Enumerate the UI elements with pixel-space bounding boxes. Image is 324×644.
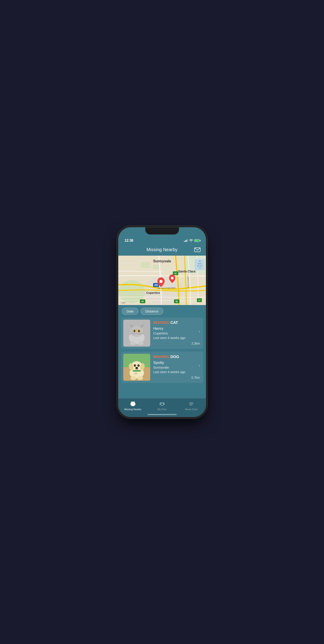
svg-text:Stevens Creek Blvd: Stevens Creek Blvd (157, 286, 175, 289)
svg-text:Cupertino: Cupertino (146, 291, 160, 294)
pet-name-spotty: Spotty (153, 360, 201, 365)
pet-last-seen-henry: Last seen 4 weeks ago (153, 336, 201, 340)
status-icons (184, 239, 200, 242)
svg-point-46 (138, 342, 143, 345)
chevron-right-henry: › (199, 329, 200, 334)
dog-image-svg (123, 354, 150, 381)
tab-my-pets[interactable]: My Pets (148, 401, 177, 410)
svg-text:Santa Clara: Santa Clara (178, 270, 195, 273)
svg-text:85: 85 (141, 300, 143, 302)
svg-point-55 (135, 365, 136, 366)
svg-point-28 (159, 280, 163, 283)
signal-bar-4 (187, 239, 188, 242)
pet-type-henry: MISSING CAT (153, 320, 201, 325)
svg-rect-4 (141, 262, 150, 268)
signal-bar-2 (185, 240, 186, 242)
pet-distance-spotty: 0.7km (191, 376, 200, 380)
svg-point-57 (135, 367, 138, 369)
missing-label-henry: MISSING (153, 320, 170, 325)
svg-point-45 (130, 342, 135, 345)
status-time: 12:36 (125, 238, 133, 242)
svg-rect-58 (133, 370, 141, 372)
svg-point-54 (137, 364, 140, 366)
phone-frame: 12:36 Missing N (118, 227, 206, 417)
signal-bar-1 (184, 241, 185, 242)
svg-text:85: 85 (175, 300, 178, 302)
signal-bars-icon (184, 239, 188, 242)
list-icon (188, 401, 194, 407)
svg-text:San Jose: San Jose (197, 265, 203, 266)
battery-icon (194, 239, 200, 242)
pet-distance-henry: 2.3km (191, 342, 200, 345)
pet-name-henry: Henry (153, 326, 201, 331)
tab-my-pets-label: My Pets (158, 408, 167, 410)
signal-bar-3 (186, 240, 187, 242)
tab-news-feed[interactable]: News Feed (177, 401, 206, 410)
wifi-icon (189, 239, 193, 242)
tab-missing-nearby-label: Missing Nearby (124, 408, 141, 410)
home-indicator (148, 414, 177, 415)
svg-point-56 (139, 365, 139, 366)
map-container[interactable]: 280 85 85 82 17 Sunnyvale Santa Clara C (118, 256, 206, 305)
mail-button[interactable] (193, 247, 201, 253)
app-header: Missing Nearby (118, 244, 206, 256)
svg-text:Legal: Legal (121, 302, 125, 304)
cat-image-svg (123, 320, 150, 346)
tab-news-feed-label: News Feed (185, 408, 198, 410)
svg-point-66 (163, 404, 165, 404)
svg-text:Mineta: Mineta (198, 263, 202, 264)
battery-fill (195, 240, 199, 242)
missing-label-spotty: MISSING (153, 355, 170, 359)
pet-list: MISSING CAT Henry Cupertino Last seen 4 … (118, 318, 206, 398)
pet-card-spotty[interactable]: MISSING DOG Spotty Sunnyvale Last seen 4… (121, 352, 203, 383)
date-filter-button[interactable]: Date (122, 308, 139, 315)
cat-photo (123, 320, 150, 346)
svg-point-40 (136, 333, 137, 334)
filter-bar: Date Distance (118, 305, 206, 318)
svg-text:82: 82 (174, 272, 176, 274)
svg-rect-5 (153, 264, 160, 269)
notch (145, 227, 179, 234)
map-svg: 280 85 85 82 17 Sunnyvale Santa Clara C (118, 256, 206, 305)
svg-point-29 (171, 277, 174, 280)
chevron-right-spotty: › (199, 363, 200, 368)
svg-point-39 (138, 330, 139, 332)
svg-point-60 (137, 376, 143, 380)
distance-filter-button[interactable]: Distance (141, 308, 163, 315)
mail-icon (194, 248, 201, 252)
svg-text:17: 17 (198, 299, 200, 302)
phone-screen: 12:36 Missing N (118, 227, 206, 417)
header-title: Missing Nearby (131, 247, 193, 252)
tab-missing-nearby[interactable]: Missing Nearby (118, 401, 148, 410)
missing-nearby-tab-icon (130, 401, 136, 407)
svg-point-53 (134, 364, 136, 366)
cat-silhouette-icon (130, 401, 136, 407)
svg-point-65 (159, 404, 161, 404)
pet-location-henry: Cupertino (153, 331, 201, 335)
dog-photo (123, 354, 150, 381)
paw-icon (159, 401, 165, 407)
svg-point-38 (134, 330, 135, 332)
animal-type-henry: CAT (170, 320, 178, 325)
my-pets-tab-icon (159, 401, 165, 407)
svg-point-61 (134, 372, 137, 375)
pet-last-seen-spotty: Last seen 4 weeks ago (153, 370, 201, 374)
pet-info-henry: MISSING CAT Henry Cupertino Last seen 4 … (153, 320, 201, 340)
svg-text:Intl: Intl (199, 267, 201, 268)
svg-text:280: 280 (154, 284, 158, 286)
pet-card-henry[interactable]: MISSING CAT Henry Cupertino Last seen 4 … (121, 318, 203, 349)
svg-text:Lawrence Expy: Lawrence Expy (187, 276, 190, 288)
pet-location-spotty: Sunnyvale (153, 366, 201, 369)
pet-info-spotty: MISSING DOG Spotty Sunnyvale Last seen 4… (153, 354, 201, 374)
svg-text:Sunnyvale: Sunnyvale (153, 259, 171, 263)
svg-text:✈: ✈ (199, 260, 201, 262)
news-feed-tab-icon (188, 401, 194, 407)
svg-point-59 (130, 376, 136, 380)
animal-type-spotty: DOG (170, 355, 179, 359)
pet-type-spotty: MISSING DOG (153, 355, 201, 359)
